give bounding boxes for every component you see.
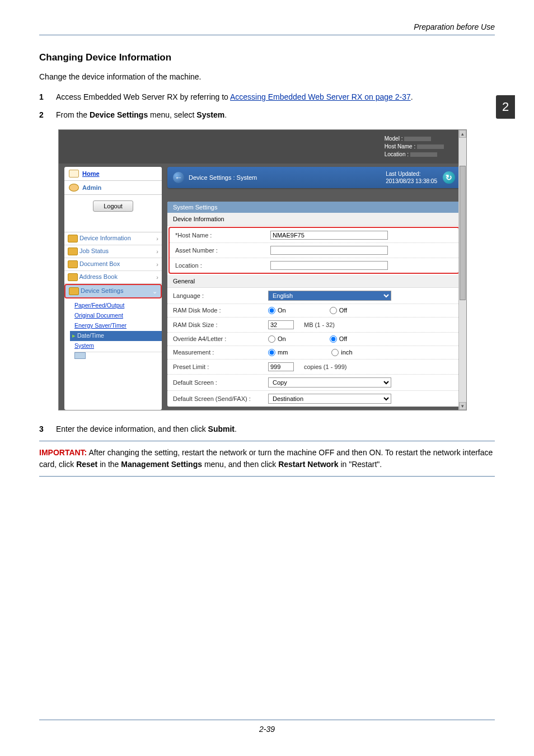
nav-address-book-label: Address Book — [79, 273, 117, 280]
scroll-down-arrow[interactable]: ▾ — [459, 402, 466, 410]
override-off-radio[interactable] — [330, 335, 337, 343]
note-bold2: Management Settings — [121, 460, 202, 469]
nav-device-settings-submenu: Paper/Feed/Output Original Document Ener… — [64, 298, 162, 361]
panel-title: System Settings — [167, 202, 461, 213]
measurement-mm-radio[interactable] — [268, 349, 275, 356]
ramdisk-size-unit: MB (1 - 32) — [304, 321, 335, 328]
device-info-icon — [68, 235, 78, 242]
step-3-number: 3 — [39, 423, 48, 435]
nav-device-settings[interactable]: Device Settings ⌄ — [64, 284, 162, 298]
language-select[interactable]: English — [268, 291, 391, 301]
default-screen-label: Default Screen : — [173, 379, 268, 386]
main-area: ← Device Settings : System Last Updated:… — [162, 164, 466, 410]
sidebar-admin[interactable]: Admin — [64, 181, 162, 195]
nav-job-status[interactable]: Job Status › — [64, 245, 162, 258]
smudge — [410, 152, 437, 157]
preset-limit-label: Preset Limit : — [173, 363, 268, 370]
override-on-radio[interactable] — [268, 335, 275, 343]
step-2-b: menu, select — [148, 110, 196, 119]
hostname-input[interactable] — [270, 231, 388, 240]
on-label2: On — [278, 335, 286, 342]
ss-title-bar: Model : Host Name : Location : — [59, 130, 466, 164]
user-icon — [69, 184, 79, 192]
chevron-right-icon: › — [156, 248, 158, 255]
device-info-highlight: *Host Name : Asset Number : Location : — [168, 227, 460, 274]
panel-subtitle-general: General — [167, 275, 461, 288]
nav-address-book[interactable]: Address Book › — [64, 271, 162, 284]
ss-hostname-label: Host Name : — [385, 143, 416, 150]
sidebar-home-label: Home — [82, 170, 100, 177]
breadcrumb: ← Device Settings : System Last Updated:… — [167, 167, 461, 188]
step-2-text: From the Device Settings menu, select Sy… — [56, 109, 227, 121]
off-label2: Off — [339, 335, 347, 342]
ramdisk-size-label: RAM Disk Size : — [173, 321, 268, 328]
step-1-link[interactable]: Accessing Embedded Web Server RX on page… — [230, 92, 411, 101]
scrollbar[interactable]: ▴ ▾ — [458, 130, 466, 410]
step-3-a: Enter the device information, and then c… — [56, 424, 208, 433]
scroll-thumb[interactable] — [460, 166, 466, 300]
breadcrumb-path: Device Settings : System — [189, 174, 257, 181]
measurement-inch-radio[interactable] — [331, 349, 339, 356]
job-status-icon — [68, 248, 78, 255]
default-screen-fax-select[interactable]: Destination — [268, 394, 391, 404]
important-label: IMPORTANT: — [39, 448, 87, 457]
inch-label: inch — [341, 349, 352, 356]
nav-device-info-label: Device Information — [79, 235, 131, 241]
nav-job-status-label: Job Status — [79, 248, 109, 254]
section-title: Changing Device Information — [39, 52, 495, 63]
screenshot: Model : Host Name : Location : Home Admi… — [58, 129, 467, 410]
chevron-right-icon: › — [156, 274, 158, 281]
address-book-icon — [68, 273, 78, 281]
step-2-bold1: Device Settings — [90, 110, 148, 119]
nav-device-information[interactable]: Device Information › — [64, 232, 162, 245]
subnav-energy-saver[interactable]: Energy Saver/Timer — [74, 321, 162, 331]
step-1-text-b: . — [411, 92, 413, 101]
preset-limit-input[interactable] — [268, 362, 294, 371]
panel-subtitle-device-info: Device Information — [167, 213, 461, 226]
intro-text: Change the device information of the mac… — [39, 71, 495, 83]
step-3-text: Enter the device information, and then c… — [56, 423, 237, 435]
subnav-extra — [74, 352, 162, 359]
step-2-a: From the — [56, 110, 90, 119]
scroll-up-arrow[interactable]: ▴ — [459, 130, 466, 138]
measurement-label: Measurement : — [173, 349, 268, 356]
subnav-paper[interactable]: Paper/Feed/Output — [74, 301, 162, 311]
step-1-number: 1 — [39, 91, 48, 103]
logout-button[interactable]: Logout — [93, 200, 133, 212]
subnav-datetime-label: Date/Time — [77, 332, 104, 339]
subnav-date-time[interactable]: ▸ Date/Time — [70, 331, 162, 341]
subnav-original-document[interactable]: Original Document — [74, 311, 162, 321]
default-screen-select[interactable]: Copy — [268, 377, 391, 388]
step-1-text: Access Embedded Web Server RX by referri… — [56, 91, 413, 103]
step-2-bold2: System — [196, 110, 224, 119]
override-label: Override A4/Letter : — [173, 335, 268, 342]
ramdisk-mode-on-radio[interactable] — [268, 307, 275, 314]
note-c: menu, and then click — [202, 460, 278, 469]
home-icon — [69, 170, 79, 178]
asset-number-input[interactable] — [270, 246, 388, 255]
page-number-badge: 2 — [496, 95, 515, 119]
ramdisk-mode-off-radio[interactable] — [330, 307, 337, 314]
chevron-down-icon: ⌄ — [152, 288, 157, 295]
ramdisk-size-input[interactable] — [268, 320, 294, 329]
preset-limit-unit: copies (1 - 999) — [304, 363, 346, 370]
subnav-system[interactable]: System — [74, 341, 162, 351]
note-b: in the — [97, 460, 121, 469]
mm-label: mm — [278, 349, 288, 356]
sidebar: Home Admin Logout Device Information › J… — [64, 167, 162, 410]
note-bold3: Restart Network — [278, 460, 338, 469]
location-input[interactable] — [270, 261, 388, 270]
off-label: Off — [339, 307, 347, 314]
hostname-label: *Host Name : — [175, 232, 270, 239]
refresh-button[interactable]: ↻ — [443, 171, 455, 184]
note-d: in "Restart". — [339, 460, 382, 469]
step-2-c: . — [224, 110, 227, 119]
sidebar-home[interactable]: Home — [64, 167, 162, 181]
step-3-bold: Submit — [208, 424, 235, 433]
location-label: Location : — [175, 262, 270, 269]
note-bold1: Reset — [76, 460, 97, 469]
back-button[interactable]: ← — [173, 172, 184, 183]
document-box-icon — [68, 260, 78, 268]
nav-document-box[interactable]: Document Box › — [64, 258, 162, 271]
asset-number-label: Asset Number : — [175, 247, 270, 254]
